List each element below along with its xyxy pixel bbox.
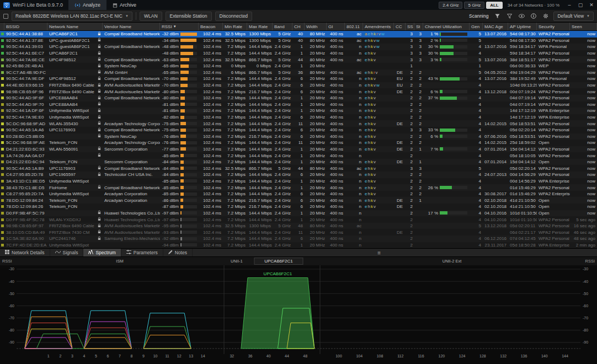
info-icon[interactable]	[529, 12, 538, 20]
cell-ss: 2	[406, 140, 414, 145]
svg-text:4: 4	[83, 354, 85, 358]
column-header-vendor-name[interactable]: Vendor Name	[103, 23, 160, 30]
stop-capture-icon[interactable]	[3, 14, 8, 19]
cell-gi: 400 ns	[327, 51, 345, 56]
table-row[interactable]: 90:5C:44:A1:38:88UPCAB6F2C1Compal Broadb…	[0, 31, 597, 38]
column-header-mac-age[interactable]: MAC Age	[483, 23, 508, 30]
band-filter-5ghz[interactable]: 5 GHz	[464, 2, 484, 9]
table-row[interactable]: 38:43:7D:C1:8E:D5FloHomeCompal Broadband…	[0, 184, 597, 191]
table-row[interactable]: 1A:74:26:AA:0A:D7-85 dBm102.4 ms7.2 Mbps…	[0, 152, 597, 159]
disconnected-button[interactable]: Disconnected	[215, 12, 253, 21]
column-header-gen[interactable]: Gen	[470, 23, 483, 30]
column-header-802-11[interactable]: 802.11	[345, 23, 363, 30]
column-header-bssid[interactable]: BSSID	[4, 23, 47, 30]
tab-analyze[interactable]: Analyze	[68, 0, 106, 10]
cell-gen: 4	[470, 147, 483, 152]
extensible-station-button[interactable]: Extensible Station	[166, 12, 212, 21]
column-header-channel-utilization[interactable]: Channel Utilization	[423, 23, 470, 30]
gear-icon[interactable]	[541, 12, 550, 20]
wlan-button[interactable]: WLAN	[140, 12, 162, 21]
band-filter-all[interactable]: ALL	[486, 2, 503, 9]
tab-notes[interactable]: Notes	[163, 249, 193, 256]
maximize-button[interactable]: ▢	[575, 0, 586, 10]
funnel-icon[interactable]	[493, 12, 502, 20]
eye-icon[interactable]	[517, 12, 526, 20]
table-row[interactable]: 90:5C:44:A5:1A:A6UPC1176903Compal Broadb…	[0, 127, 597, 133]
signal-quality-icon	[1, 129, 4, 131]
column-header-ch[interactable]: CH	[292, 23, 305, 30]
column-header-rssi[interactable]: RSSI▼	[160, 23, 199, 30]
table-row[interactable]: 90:5C:44:A1:39:03UPC-guestAB6F2C1Compal …	[0, 44, 597, 50]
table-row[interactable]: 90:5C:44:AD:9F:6FUPCE88AAB4Compal Broadb…	[0, 95, 597, 101]
table-row[interactable]: 62:45:B6:2E:4B:A1System NeuCap-65 dBm102…	[0, 63, 597, 69]
cell-cc: DE	[394, 159, 406, 164]
table-row[interactable]: 1C:5A:3E:82:6A:90UPC2441746Samsung Elect…	[0, 235, 597, 242]
table-row[interactable]: 98:9B:CB:65:6F:97FRITZ!Box 6490 CableAVM…	[0, 223, 597, 229]
table-row[interactable]: 90:5C:44:7A:9E:DFUPC4F98512Compal Broadb…	[0, 76, 597, 82]
table-row[interactable]: D4:21:22:ED:6C:94Telekom_FONSercomm Corp…	[0, 159, 597, 165]
cell-ch: 6	[292, 236, 305, 241]
tab-signals[interactable]: Signals	[50, 249, 84, 256]
filter-icon[interactable]	[505, 12, 514, 20]
table-row[interactable]: 9C:C7:A6:4B:9D:FCAVM GmbH-65 dBm102.4 ms…	[0, 69, 597, 76]
network-table[interactable]: 90:5C:44:A1:38:88UPCAB6F2C1Compal Broadb…	[0, 31, 597, 248]
table-row[interactable]: 44:4E:6D:E9:66:15FRITZ!Box 6490 CableAVM…	[0, 82, 597, 89]
table-row[interactable]: 38:10:D5:CD:BA:49FRITZ!Box 7430 CMAVM Au…	[0, 229, 597, 235]
tab-parameters[interactable]: Parameters	[121, 249, 163, 256]
table-row[interactable]: 92:5C:44:A1:37:8EUPC-guestAB6F2C1-34 dBm…	[0, 38, 597, 44]
table-row[interactable]: 3A:43:1D:C1:8E:D5Unitymedia WifiSpot-85 …	[0, 178, 597, 185]
spectrum-panel[interactable]: RSSIRSSI-30-30-40-40-50-50-60-60-70-70-8…	[0, 257, 597, 364]
column-header-indicator[interactable]	[0, 23, 4, 30]
hamburger-icon[interactable]: ≡	[377, 250, 381, 256]
cell-security: WPA2 Personal	[537, 83, 570, 88]
cell-gen: 4	[470, 134, 483, 139]
band-filter-2-4ghz[interactable]: 2.4 GHz	[439, 2, 462, 9]
table-row[interactable]: D4:21:22:ED:6C:93WLAN-556091Sercomm Corp…	[0, 146, 597, 153]
column-header-gi[interactable]: GI	[327, 23, 345, 30]
table-row[interactable]: C4:27:95:85:2D:78UPC1965597Technicolor C…	[0, 172, 597, 178]
cell-beacon: 102.4 ms	[199, 57, 223, 62]
view-selector[interactable]: Default View ▼	[553, 12, 594, 21]
cell-quality-indicator	[0, 122, 4, 125]
svg-text:ISM: ISM	[116, 259, 123, 264]
column-header-security[interactable]: Security	[537, 23, 570, 30]
table-row[interactable]: 78:DD:12:09:84:26Telekom_FON-87 dBm102.4…	[0, 204, 597, 210]
table-row[interactable]: 90:5C:44:A5:1A:B9UPC1176903Compal Broadb…	[0, 165, 597, 172]
column-header-amendments[interactable]: Amendments	[363, 23, 394, 30]
column-header-min-rate[interactable]: Min Rate	[223, 23, 247, 30]
tab-spectrum[interactable]: Spectrum	[83, 249, 121, 256]
table-row[interactable]: D0:FF:9B:4F:5C:79Huawei Technologies Co.…	[0, 210, 597, 217]
table-row[interactable]: E0:28:6D:C5:8B:05System NeuCap-76 dBm102…	[0, 133, 597, 140]
column-header-beacon[interactable]: Beacon	[199, 23, 223, 30]
table-row[interactable]: 90:5C:44:7A:6E:CEUPC4F98512Compal Broadb…	[0, 56, 597, 63]
table-row[interactable]: 5C:DC:96:68:9F:AETelekom_FONArcadyan Tec…	[0, 140, 597, 146]
table-row[interactable]: 5C:DC:96:68:9F:ADWLAN-355430Arcadyan Tec…	[0, 120, 597, 127]
column-header-band[interactable]: Band	[273, 23, 292, 30]
svg-text:13: 13	[189, 354, 193, 358]
tab-archive[interactable]: Archive	[106, 0, 142, 10]
table-row[interactable]: 92:5C:44:A1:6E:C7UPCAB6F2C1-48 dBm102.4 …	[0, 50, 597, 57]
column-header-width[interactable]: Width	[305, 23, 327, 30]
cell-band: 2.4 GHz	[273, 121, 292, 126]
table-row[interactable]: 92:5C:44:7A:9E:E0Unitymedia WifiSpot-82 …	[0, 114, 597, 121]
column-header-ap-uptime[interactable]: AP Uptime	[508, 23, 537, 30]
minimize-button[interactable]: –	[564, 0, 575, 10]
column-header-st[interactable]: St	[414, 23, 423, 30]
cell-band: 2.4 GHz	[273, 185, 292, 190]
table-row[interactable]: 92:5C:44:AD:9F:70UPCE88AAB4-81 dBm102.4 …	[0, 101, 597, 108]
column-header-ss[interactable]: SS	[406, 23, 414, 30]
tab-network-details[interactable]: Network Details	[0, 249, 50, 256]
table-row[interactable]: 78:DD:12:09:84:24Telekom_FONArcadyan Cor…	[0, 197, 597, 204]
close-button[interactable]: ✕	[586, 0, 597, 10]
column-header-network-name[interactable]: Network Name	[47, 23, 103, 30]
column-header-seen[interactable]: Seen	[570, 23, 597, 30]
table-row[interactable]: D0:FF:9B:4F:5C:78WLAN-YXDDXJHuawei Techn…	[0, 216, 597, 223]
column-header-cc[interactable]: CC	[394, 23, 406, 30]
table-row[interactable]: C8:27:95:85:2D:7AUnitymedia WifiSpotArca…	[0, 191, 597, 197]
cell-band: 2.4 GHz	[273, 153, 292, 158]
table-row[interactable]: 7C:FF:4D:DE:2D:EAUnitymedia WifiSpot-94 …	[0, 242, 597, 248]
table-row[interactable]: 92:5C:44:1A:DF:6FUnitymedia WifiSpot-81 …	[0, 108, 597, 114]
column-header-max-rate[interactable]: Max Rate	[247, 23, 273, 30]
adapter-selector[interactable]: Realtek 8822BE Wireless LAN 802.11ac PCI…	[12, 12, 132, 21]
table-row[interactable]: 98:9B:CB:65:6F:96FRITZ!Box 6490 CableAVM…	[0, 88, 597, 95]
